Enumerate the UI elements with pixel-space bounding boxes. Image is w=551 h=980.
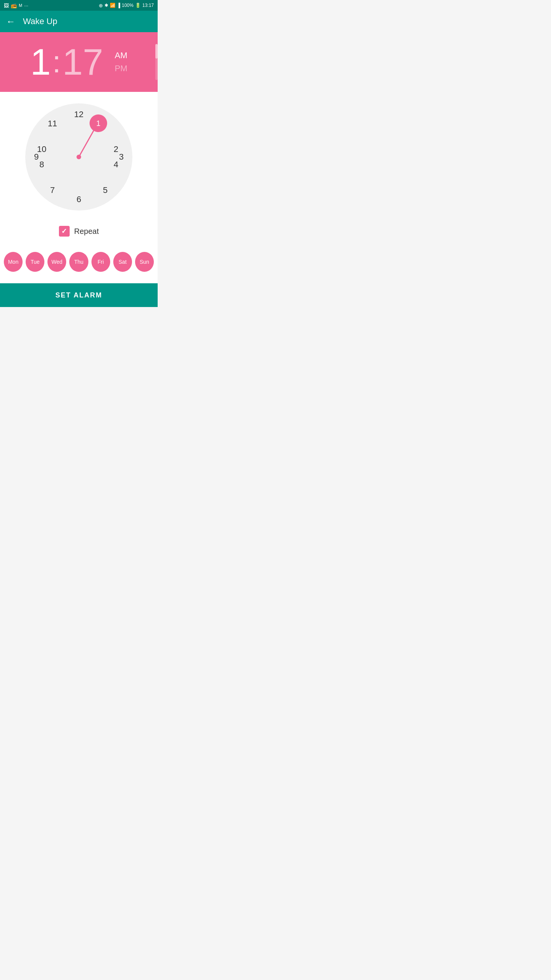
battery-icon: 🔋 [135, 3, 141, 8]
day-fri[interactable]: Fri [91, 252, 110, 272]
clock-num-11[interactable]: 11 [47, 118, 58, 129]
repeat-checkbox[interactable]: ✓ [59, 226, 70, 237]
status-bar-left: 🖼 📻 M ··· [4, 3, 28, 8]
status-bar-right: ⊕ ✱ 📶 ▐ 100% 🔋 13:17 [99, 3, 154, 8]
scrollbar-indicator [155, 44, 158, 80]
back-button[interactable]: ← [6, 16, 15, 27]
day-sun[interactable]: Sun [135, 252, 154, 272]
day-mon[interactable]: Mon [4, 252, 23, 272]
day-wed[interactable]: Wed [47, 252, 66, 272]
status-bar: 🖼 📻 M ··· ⊕ ✱ 📶 ▐ 100% 🔋 13:17 [0, 0, 158, 11]
wifi-icon: 📶 [110, 3, 116, 8]
clock-num-7[interactable]: 7 [47, 185, 58, 196]
image-icon: 🖼 [4, 3, 9, 8]
top-bar: ← Wake Up [0, 11, 158, 32]
radio-icon: 📻 [11, 3, 17, 8]
signal-icon: ▐ [117, 3, 121, 8]
days-section: Mon Tue Wed Thu Fri Sat Sun [0, 244, 158, 283]
time-colon: : [52, 47, 61, 77]
set-alarm-button[interactable]: SET ALARM [0, 283, 158, 307]
page-title: Wake Up [23, 16, 57, 26]
ampm-selector: AM PM [115, 49, 127, 75]
svg-point-1 [77, 155, 81, 159]
clock-num-8[interactable]: 8 [36, 159, 47, 170]
clock-time: 13:17 [142, 3, 154, 8]
repeat-label: Repeat [74, 227, 99, 236]
day-sat[interactable]: Sat [113, 252, 132, 272]
time-minutes[interactable]: 17 [62, 44, 103, 80]
clock-num-2[interactable]: 2 [110, 144, 122, 155]
time-display: 1 : 17 AM PM [0, 32, 158, 92]
svg-text:1: 1 [96, 119, 100, 127]
scrollbar-thumb [155, 44, 158, 58]
day-tue[interactable]: Tue [26, 252, 44, 272]
pm-option[interactable]: PM [115, 62, 127, 75]
battery-percent: 100% [122, 3, 134, 8]
svg-line-0 [79, 126, 96, 157]
clock-num-5[interactable]: 5 [99, 185, 111, 196]
bluetooth-icon: ✱ [104, 3, 108, 8]
add-circle-icon: ⊕ [99, 3, 103, 8]
clock-container: 12 2 1 11 10 9 8 7 6 5 4 3 2 [0, 92, 158, 218]
clock-num-6[interactable]: 6 [73, 194, 85, 205]
clock-face[interactable]: 12 2 1 11 10 9 8 7 6 5 4 3 2 [25, 103, 132, 211]
time-hour[interactable]: 1 [30, 44, 51, 80]
more-icon: ··· [24, 3, 28, 8]
day-thu[interactable]: Thu [69, 252, 88, 272]
am-option[interactable]: AM [115, 49, 127, 62]
time-main: 1 : 17 [30, 44, 103, 80]
repeat-section: ✓ Repeat [0, 218, 158, 244]
gmail-icon: M [19, 3, 22, 8]
checkmark-icon: ✓ [61, 227, 67, 235]
